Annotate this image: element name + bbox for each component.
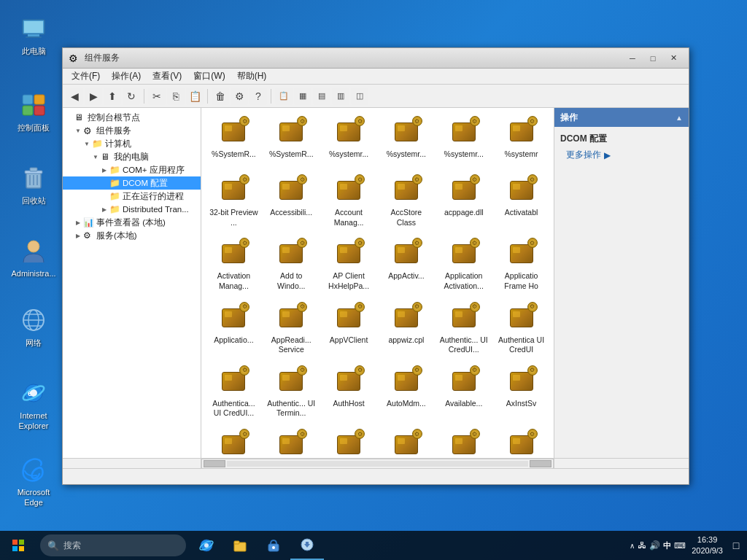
tree-item-my-computer[interactable]: ▼ 🖥 我的电脑 (63, 150, 201, 163)
scrollbar-track[interactable] (201, 459, 554, 469)
desktop-icon-network[interactable]: 网络 (7, 303, 60, 351)
this-pc-label: 此电脑 (22, 46, 46, 56)
desktop-icon-recycle-bin[interactable]: 回收站 (7, 160, 60, 209)
grid-item-systemr4[interactable]: %systemr... (379, 112, 435, 169)
expand-event-viewer[interactable]: ▶ (73, 219, 83, 226)
grid-item-authhost[interactable]: AuthHost (321, 362, 377, 424)
tray-show-hidden[interactable]: ∧ (630, 542, 635, 550)
maximize-button[interactable]: □ (643, 51, 662, 66)
desktop-icon-control-panel[interactable]: 控制面板 (7, 88, 60, 136)
menu-file[interactable]: 文件(F) (66, 69, 106, 84)
grid-item-systemr5[interactable]: %systemr... (436, 112, 492, 169)
grid-item-authentic-credui3[interactable]: Authentica... UI CredUI... (206, 362, 262, 424)
grid-item-systemr3[interactable]: %systemr... (321, 112, 377, 169)
taskbar-app-ie[interactable] (190, 531, 223, 560)
expand-computer[interactable]: ▼ (82, 141, 92, 147)
view-tree-button[interactable]: 📋 (275, 88, 293, 105)
close-button[interactable]: ✕ (664, 51, 683, 66)
grid-item-appvclient[interactable]: AppVClient (321, 298, 377, 360)
desktop-icon-this-pc[interactable]: 此电脑 (7, 11, 60, 59)
tree-item-com-apps[interactable]: ▶ 📁 COM+ 应用程序 (63, 163, 201, 176)
grid-item-systemr6[interactable]: %systemr (493, 112, 549, 169)
notification-button[interactable]: □ (729, 531, 743, 560)
grid-item-systemr1[interactable]: %SystemR... (206, 112, 262, 169)
taskbar-search[interactable]: 🔍 搜索 (40, 534, 186, 556)
back-button[interactable]: ◀ (66, 88, 83, 105)
copy-button[interactable]: ⎘ (167, 88, 185, 105)
desktop-icon-edge[interactable]: Microsoft Edge (7, 452, 60, 511)
grid-item-accessibility[interactable]: Accessibili... (263, 171, 320, 233)
grid-item-app-activation[interactable]: Application Activation... (436, 234, 492, 296)
tray-clock[interactable]: 16:39 2020/9/3 (692, 534, 723, 557)
cut-button[interactable]: ✂ (148, 88, 166, 105)
help-toolbar-button[interactable]: ? (249, 88, 267, 105)
grid-item-authentic-credui[interactable]: Authentic... UI CredUI... (436, 298, 492, 360)
delete-button[interactable]: 🗑 (212, 88, 229, 105)
view-large-button[interactable]: ▦ (294, 88, 311, 105)
menu-action[interactable]: 操作(A) (106, 69, 147, 84)
tree-item-services[interactable]: ▶ ⚙ 服务(本地) (63, 229, 201, 242)
grid-item-activation-mgr[interactable]: Activation Manag... (206, 234, 262, 296)
grid-item-activatable[interactable]: Activatabl (493, 171, 549, 233)
tree-item-computer[interactable]: ▼ 📁 计算机 (63, 137, 201, 150)
tree-item-event-viewer[interactable]: ▶ 📊 事件查看器 (本地) (63, 216, 201, 229)
refresh-button[interactable]: ↻ (123, 88, 140, 105)
menu-help[interactable]: 帮助(H) (231, 69, 273, 84)
action-collapse-icon[interactable]: ▲ (676, 114, 683, 122)
start-button[interactable] (0, 531, 36, 560)
grid-item-account-mgr[interactable]: Account Manag... (321, 171, 377, 233)
grid-item-authentic-credui2[interactable]: Authentica UI CredUI (493, 298, 549, 360)
expand-my-computer[interactable]: ▼ (90, 154, 101, 160)
grid-item-battery-notif[interactable]: Battery Notificati... (263, 425, 320, 458)
expand-com-apps[interactable]: ▶ (99, 167, 109, 174)
grid-item-bluetooth-avctp[interactable]: Bluetoot AVCTP ... (493, 425, 549, 458)
expand-component-services[interactable]: ▼ (73, 128, 83, 134)
view-small-button[interactable]: ▤ (313, 88, 330, 105)
paste-button[interactable]: 📋 (186, 88, 204, 105)
grid-item-bdeui-srv[interactable]: BdeUISrv (379, 425, 435, 458)
scroll-left-btn[interactable] (204, 460, 225, 467)
grid-item-axinstsv[interactable]: AxInstSv (493, 362, 549, 424)
view-list-button[interactable]: ▥ (332, 88, 349, 105)
menu-window[interactable]: 窗口(W) (187, 69, 231, 84)
grid-item-automdm[interactable]: AutoMdm... (379, 362, 435, 424)
grid-item-accstore[interactable]: AccStore Class (379, 171, 435, 233)
grid-item-available[interactable]: Available... (436, 362, 492, 424)
desktop-icon-administrator[interactable]: Administra... (7, 233, 60, 281)
tree-item-dcom-config[interactable]: 📁 DCOM 配置 (63, 176, 201, 190)
grid-item-app-frame-ho[interactable]: Applicatio Frame Ho (493, 234, 549, 296)
grid-item-acppage[interactable]: acppage.dll (436, 171, 492, 233)
up-button[interactable]: ⬆ (104, 88, 121, 105)
taskbar-app-store[interactable] (257, 531, 290, 560)
expand-services[interactable]: ▶ (73, 233, 83, 239)
view-detail-button[interactable]: ◫ (351, 88, 368, 105)
expand-distributed-trans[interactable]: ▶ (99, 206, 109, 213)
tree-item-distributed-trans[interactable]: ▶ 📁 Distributed Tran... (63, 203, 201, 216)
tree-item-console-root[interactable]: 🖥 控制台根节点 (63, 111, 201, 124)
action-more-link[interactable]: 更多操作 ▶ (554, 148, 689, 162)
taskbar-app-component-services[interactable] (290, 531, 324, 560)
grid-item-authentic-termin[interactable]: Authentic... UI Termin... (263, 362, 320, 424)
grid-item-add-to-windows[interactable]: Add to Windo... (263, 234, 320, 296)
tray-volume-icon[interactable]: 🔊 (649, 540, 660, 551)
minimize-button[interactable]: ─ (623, 51, 642, 66)
desktop-icon-ie[interactable]: e Internet Explorer (7, 376, 60, 435)
taskbar-app-explorer[interactable] (223, 531, 257, 560)
grid-item-ap-client[interactable]: AP Client HxHelpPa... (321, 234, 377, 296)
properties-button[interactable]: ⚙ (231, 88, 248, 105)
grid-item-bdeuilaunch[interactable]: BDEUILau... Class (321, 425, 377, 458)
tray-zh-icon[interactable]: 中 (663, 540, 671, 551)
grid-item-background-intell[interactable]: Background Intelligent ... (206, 425, 262, 458)
grid-item-appactiv[interactable]: AppActiv... (379, 234, 435, 296)
forward-button[interactable]: ▶ (85, 88, 102, 105)
grid-item-application1[interactable]: Applicatio... (206, 298, 262, 360)
grid-item-systemr2[interactable]: %SystemR... (263, 112, 320, 169)
grid-item-bitmap-image[interactable]: Bitmap Image (436, 425, 492, 458)
tree-item-running-processes[interactable]: 📁 正在运行的进程 (63, 190, 201, 203)
menu-view[interactable]: 查看(V) (147, 69, 187, 84)
tree-item-component-services[interactable]: ▼ ⚙ 组件服务 (63, 124, 201, 137)
grid-item-appwiz[interactable]: appwiz.cpl (379, 298, 435, 360)
scroll-right-btn[interactable] (530, 460, 551, 467)
grid-item-appreadi[interactable]: AppReadi... Service (263, 298, 320, 360)
grid-item-32bit[interactable]: 32-bit Preview ... (206, 171, 262, 233)
